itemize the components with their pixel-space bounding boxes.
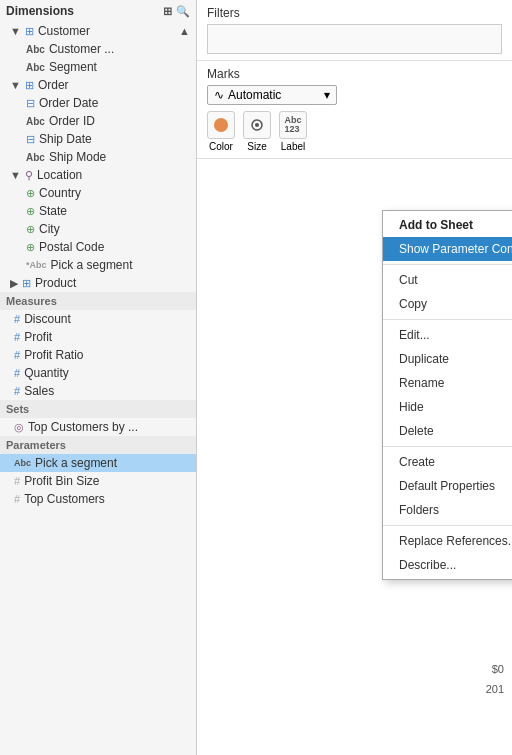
duplicate-label: Duplicate (399, 352, 449, 366)
hash-icon: # (14, 493, 20, 505)
menu-describe[interactable]: Describe... (383, 553, 512, 577)
add-to-sheet-label: Add to Sheet (399, 218, 473, 232)
top-customers-by-item[interactable]: ◎ Top Customers by ... (0, 418, 196, 436)
size-icon-circle (243, 111, 271, 139)
menu-folders[interactable]: Folders ▶ (383, 498, 512, 522)
edit-label: Edit... (399, 328, 430, 342)
marks-icons-row: Color Size Abc123 Label (207, 111, 502, 152)
marks-section: Marks ∿ Automatic ▾ Color (197, 61, 512, 159)
expand-icon: ▼ (10, 79, 21, 91)
menu-duplicate[interactable]: Duplicate (383, 347, 512, 371)
pick-a-segment-param-item[interactable]: Abc Pick a segment (0, 454, 196, 472)
globe-icon: ⊕ (26, 241, 35, 254)
color-icon-circle (207, 111, 235, 139)
profit-item[interactable]: # Profit (0, 328, 196, 346)
menu-divider-1 (383, 264, 512, 265)
hash-icon: # (14, 385, 20, 397)
customer-group-label: Customer (38, 24, 90, 38)
menu-rename[interactable]: Rename (383, 371, 512, 395)
hash-icon: # (14, 331, 20, 343)
menu-create[interactable]: Create ▶ (383, 450, 512, 474)
ship-mode-label: Ship Mode (49, 150, 106, 164)
state-item[interactable]: ⊕ State (0, 202, 196, 220)
db-icon: ⊞ (22, 277, 31, 290)
profit-ratio-item[interactable]: # Profit Ratio (0, 346, 196, 364)
expand-icon: ▼ (10, 25, 21, 37)
create-label: Create (399, 455, 435, 469)
svg-point-2 (255, 123, 259, 127)
marks-dropdown-label: Automatic (228, 88, 281, 102)
globe-icon: ⊕ (26, 205, 35, 218)
customer-group-item[interactable]: ▼ ⊞ Customer ▲ (0, 22, 196, 40)
param-abc-icon: Abc (14, 458, 31, 468)
location-group-item[interactable]: ▼ ⚲ Location (0, 166, 196, 184)
menu-replace-references[interactable]: Replace References... (383, 529, 512, 553)
hide-label: Hide (399, 400, 424, 414)
calendar-icon: ⊟ (26, 133, 35, 146)
hash-icon: # (14, 349, 20, 361)
hash-icon: # (14, 475, 20, 487)
city-label: City (39, 222, 60, 236)
ship-date-item[interactable]: ⊟ Ship Date (0, 130, 196, 148)
filters-label: Filters (207, 6, 502, 20)
label-label: Label (281, 141, 305, 152)
top-customers-item[interactable]: # Top Customers (0, 490, 196, 508)
menu-add-to-sheet: Add to Sheet (383, 213, 512, 237)
right-panel: Filters Marks ∿ Automatic ▾ Color (197, 0, 512, 755)
sets-section-label: Sets (0, 400, 196, 418)
db-icon: ⊞ (25, 79, 34, 92)
abc-icon: Abc (26, 62, 45, 73)
marks-label: Marks (207, 67, 502, 81)
expand-icon: ▼ (10, 169, 21, 181)
profit-bin-size-item[interactable]: # Profit Bin Size (0, 472, 196, 490)
menu-edit[interactable]: Edit... (383, 323, 512, 347)
label-button[interactable]: Abc123 Label (279, 111, 307, 152)
rename-label: Rename (399, 376, 444, 390)
color-button[interactable]: Color (207, 111, 235, 152)
default-properties-label: Default Properties (399, 479, 495, 493)
header-icons: ⊞ 🔍 (163, 5, 190, 18)
city-item[interactable]: ⊕ City (0, 220, 196, 238)
ship-mode-item[interactable]: Abc Ship Mode (0, 148, 196, 166)
menu-hide[interactable]: Hide (383, 395, 512, 419)
quantity-item[interactable]: # Quantity (0, 364, 196, 382)
postal-code-item[interactable]: ⊕ Postal Code (0, 238, 196, 256)
left-panel-scroll: ▼ ⊞ Customer ▲ Abc Customer ... Abc Segm… (0, 22, 196, 755)
search-icon[interactable]: 🔍 (176, 5, 190, 18)
product-group-label: Product (35, 276, 76, 290)
order-date-label: Order Date (39, 96, 98, 110)
product-group-item[interactable]: ▶ ⊞ Product (0, 274, 196, 292)
menu-cut[interactable]: Cut (383, 268, 512, 292)
segment-label: Segment (49, 60, 97, 74)
menu-show-parameter-control[interactable]: Show Parameter Control (383, 237, 512, 261)
order-group-label: Order (38, 78, 69, 92)
cut-label: Cut (399, 273, 418, 287)
delete-label: Delete (399, 424, 434, 438)
segment-item[interactable]: Abc Segment (0, 58, 196, 76)
size-label: Size (247, 141, 266, 152)
postal-code-label: Postal Code (39, 240, 104, 254)
country-label: Country (39, 186, 81, 200)
menu-default-properties[interactable]: Default Properties ▶ (383, 474, 512, 498)
discount-item[interactable]: # Discount (0, 310, 196, 328)
sales-item[interactable]: # Sales (0, 382, 196, 400)
menu-delete[interactable]: Delete (383, 419, 512, 443)
country-item[interactable]: ⊕ Country (0, 184, 196, 202)
order-group-item[interactable]: ▼ ⊞ Order (0, 76, 196, 94)
order-date-item[interactable]: ⊟ Order Date (0, 94, 196, 112)
customer-name-item[interactable]: Abc Customer ... (0, 40, 196, 58)
state-label: State (39, 204, 67, 218)
menu-copy[interactable]: Copy (383, 292, 512, 316)
context-menu: Add to Sheet Show Parameter Control Cut … (382, 210, 512, 580)
marks-type-dropdown[interactable]: ∿ Automatic ▾ (207, 85, 337, 105)
hash-icon: # (14, 313, 20, 325)
filters-section: Filters (197, 0, 512, 61)
scroll-indicator[interactable]: ▲ (179, 25, 190, 37)
order-id-item[interactable]: Abc Order ID (0, 112, 196, 130)
copy-label: Copy (399, 297, 427, 311)
size-button[interactable]: Size (243, 111, 271, 152)
grid-icon[interactable]: ⊞ (163, 5, 172, 18)
left-panel: Dimensions ⊞ 🔍 ▼ ⊞ Customer ▲ Abc Custom… (0, 0, 197, 755)
discount-label: Discount (24, 312, 71, 326)
pick-a-segment-dim-item[interactable]: *Abc Pick a segment (0, 256, 196, 274)
